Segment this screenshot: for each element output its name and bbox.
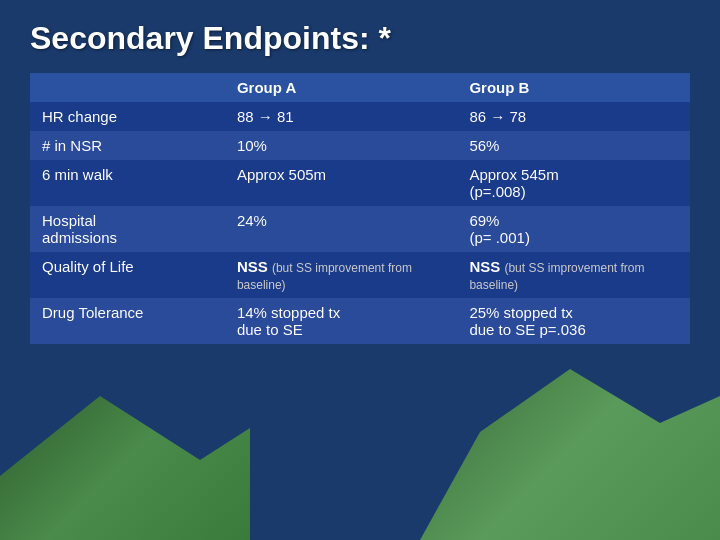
row-qol-group-a: NSS (but SS improvement from baseline)	[225, 252, 458, 298]
nss-label-b: NSS	[469, 258, 500, 275]
header-group-a: Group A	[225, 73, 458, 102]
row-hospital-group-b: 69%(p= .001)	[457, 206, 690, 252]
header-group-b: Group B	[457, 73, 690, 102]
nss-label-a: NSS	[237, 258, 268, 275]
row-label-hr: HR change	[30, 102, 225, 131]
page-title: Secondary Endpoints: *	[30, 20, 690, 57]
table-row: 6 min walk Approx 505m Approx 545m(p=.00…	[30, 160, 690, 206]
mountain-decoration-right	[420, 360, 720, 540]
table-row: Hospitaladmissions 24% 69%(p= .001)	[30, 206, 690, 252]
table-row: # in NSR 10% 56%	[30, 131, 690, 160]
row-walk-group-b: Approx 545m(p=.008)	[457, 160, 690, 206]
row-hospital-group-a: 24%	[225, 206, 458, 252]
row-label-walk: 6 min walk	[30, 160, 225, 206]
mountain-decoration-left	[0, 380, 250, 540]
row-nsr-group-b: 56%	[457, 131, 690, 160]
row-drug-group-b: 25% stopped txdue to SE p=.036	[457, 298, 690, 344]
header-label	[30, 73, 225, 102]
row-label-qol: Quality of Life	[30, 252, 225, 298]
row-drug-group-a: 14% stopped txdue to SE	[225, 298, 458, 344]
table-row: Group A Group B	[30, 73, 690, 102]
table-row: Drug Tolerance 14% stopped txdue to SE 2…	[30, 298, 690, 344]
row-label-nsr: # in NSR	[30, 131, 225, 160]
main-container: Secondary Endpoints: * Group A Group B H…	[0, 0, 720, 364]
endpoints-table: Group A Group B HR change 88 → 81 86 → 7…	[30, 73, 690, 344]
table-row: HR change 88 → 81 86 → 78	[30, 102, 690, 131]
row-nsr-group-a: 10%	[225, 131, 458, 160]
table-row: Quality of Life NSS (but SS improvement …	[30, 252, 690, 298]
row-qol-group-b: NSS (but SS improvement from baseline)	[457, 252, 690, 298]
row-label-drug: Drug Tolerance	[30, 298, 225, 344]
row-label-hospital: Hospitaladmissions	[30, 206, 225, 252]
row-hr-group-a: 88 → 81	[225, 102, 458, 131]
row-hr-group-b: 86 → 78	[457, 102, 690, 131]
row-walk-group-a: Approx 505m	[225, 160, 458, 206]
